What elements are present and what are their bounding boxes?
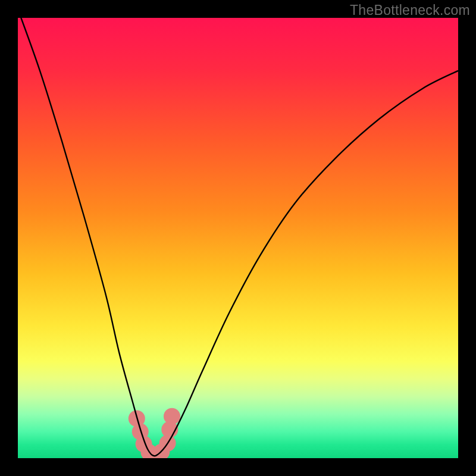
- chart-frame: TheBottleneck.com: [0, 0, 476, 476]
- plot-background: [18, 18, 458, 458]
- highlight-marker: [164, 408, 180, 425]
- bottleneck-plot: [18, 18, 458, 458]
- watermark-text: TheBottleneck.com: [350, 2, 470, 18]
